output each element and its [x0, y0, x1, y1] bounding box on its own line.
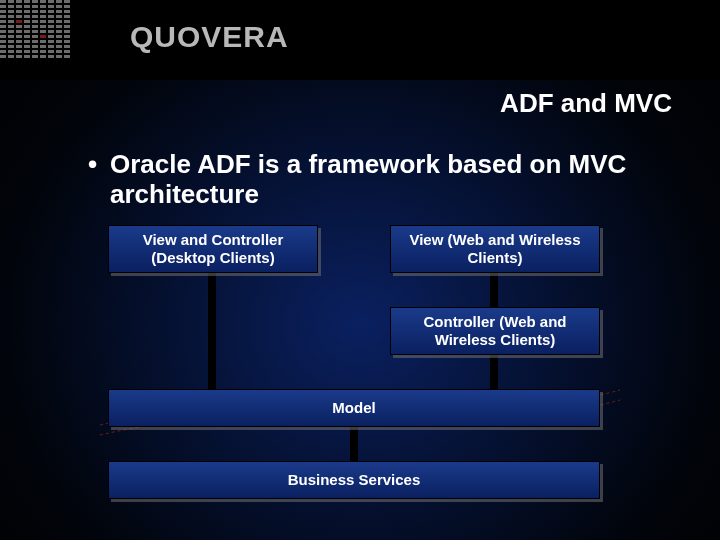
box-controller-web: Controller (Web and Wireless Clients)	[390, 307, 600, 355]
header: QUOVERA	[0, 0, 720, 80]
connector-model-to-business	[350, 427, 358, 461]
logo: QUOVERA	[130, 20, 289, 54]
slide-title: ADF and MVC	[500, 88, 672, 119]
accent-bars	[0, 0, 120, 80]
connector-desktop-to-model	[208, 273, 216, 389]
slide: QUOVERA ADF and MVC Oracle ADF is a fram…	[0, 0, 720, 540]
connector-viewweb-to-controller	[490, 273, 498, 307]
box-model: Model	[108, 389, 600, 427]
bullet-point: Oracle ADF is a framework based on MVC a…	[110, 150, 660, 210]
box-view-desktop: View and Controller (Desktop Clients)	[108, 225, 318, 273]
connector-controller-to-model	[490, 355, 498, 389]
box-view-web: View (Web and Wireless Clients)	[390, 225, 600, 273]
mvc-diagram: View and Controller (Desktop Clients) Vi…	[100, 225, 620, 525]
box-business-services: Business Services	[108, 461, 600, 499]
